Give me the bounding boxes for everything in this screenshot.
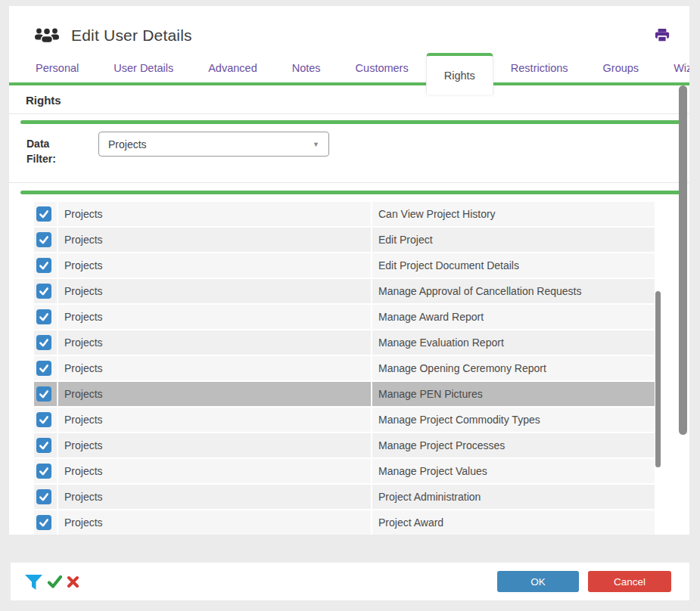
check-icon[interactable] bbox=[47, 575, 63, 589]
data-filter-row: Data Filter: Projects ▼ bbox=[9, 124, 689, 183]
rights-table-row[interactable]: ProjectsManage Project Values bbox=[34, 459, 655, 483]
row-right-name: Project Award bbox=[371, 510, 655, 535]
row-category: Projects bbox=[57, 485, 371, 509]
rights-table-row[interactable]: ProjectsEdit Project Document Details bbox=[34, 253, 655, 278]
panel-scrollbar-thumb[interactable] bbox=[679, 85, 687, 435]
rights-table-row[interactable]: ProjectsEdit Project bbox=[34, 228, 655, 252]
dialog-footer: OK Cancel bbox=[11, 563, 689, 600]
row-category: Projects bbox=[57, 408, 371, 432]
row-category: Projects bbox=[57, 279, 371, 303]
tab-user-details[interactable]: User Details bbox=[96, 53, 191, 82]
row-category: Projects bbox=[57, 433, 371, 457]
tab-advanced[interactable]: Advanced bbox=[191, 53, 275, 82]
row-right-name: Manage Evaluation Report bbox=[371, 330, 655, 355]
row-right-name: Manage Project Values bbox=[371, 459, 655, 483]
rights-table-row[interactable]: ProjectsProject Administration bbox=[34, 485, 655, 509]
caret-down-icon: ▼ bbox=[313, 141, 319, 148]
tab-customers[interactable]: Customers bbox=[338, 53, 426, 82]
filter-funnel-icon[interactable] bbox=[24, 573, 43, 591]
row-checkbox-cell bbox=[34, 433, 57, 457]
row-checkbox-checked[interactable] bbox=[36, 361, 51, 376]
row-checkbox-cell bbox=[34, 253, 57, 278]
row-right-name: Manage Opening Ceremony Report bbox=[371, 356, 655, 380]
data-filter-value: Projects bbox=[108, 138, 147, 150]
tab-bar: PersonalUser DetailsAdvancedNotesCustome… bbox=[9, 53, 689, 85]
row-right-name: Edit Project Document Details bbox=[371, 253, 655, 278]
tab-groups[interactable]: Groups bbox=[586, 53, 657, 82]
data-filter-dropdown[interactable]: Projects ▼ bbox=[98, 132, 329, 157]
row-checkbox-checked[interactable] bbox=[36, 309, 51, 324]
printer-icon[interactable] bbox=[654, 28, 670, 43]
row-checkbox-checked[interactable] bbox=[36, 412, 51, 427]
list-scrollbar-thumb[interactable] bbox=[655, 291, 661, 467]
rights-table-row[interactable]: ProjectsProject Award bbox=[34, 510, 655, 535]
rights-table-row[interactable]: ProjectsManage Project Commodity Types bbox=[34, 408, 655, 432]
row-checkbox-cell bbox=[34, 228, 57, 252]
users-icon bbox=[33, 26, 61, 45]
row-checkbox-cell bbox=[34, 330, 57, 355]
rights-table-row[interactable]: ProjectsManage Award Report bbox=[34, 305, 655, 329]
dialog-header: Edit User Details bbox=[9, 6, 689, 53]
rights-table-row[interactable]: ProjectsManage PEN Pictures bbox=[34, 382, 655, 406]
row-checkbox-cell bbox=[34, 356, 57, 380]
rights-table-row[interactable]: ProjectsManage Evaluation Report bbox=[34, 330, 655, 355]
rights-table-row[interactable]: ProjectsManage Approval of Cancellation … bbox=[34, 279, 655, 303]
row-category: Projects bbox=[57, 510, 371, 535]
cancel-button[interactable]: Cancel bbox=[588, 571, 671, 592]
row-checkbox-checked[interactable] bbox=[36, 284, 51, 299]
row-right-name: Edit Project bbox=[371, 228, 655, 252]
section-heading: Rights bbox=[9, 85, 689, 114]
tab-wizards[interactable]: Wizards bbox=[656, 53, 689, 82]
row-checkbox-cell bbox=[34, 305, 57, 329]
row-checkbox-checked[interactable] bbox=[36, 386, 51, 402]
rights-list-accent-bar bbox=[20, 191, 680, 194]
x-icon[interactable] bbox=[67, 575, 79, 588]
tab-rights[interactable]: Rights bbox=[426, 53, 493, 95]
row-checkbox-checked[interactable] bbox=[36, 489, 51, 504]
edit-user-details-dialog: Edit User Details PersonalUser DetailsAd… bbox=[9, 6, 689, 535]
row-checkbox-cell bbox=[34, 510, 57, 535]
rights-table-row[interactable]: ProjectsCan View Project History bbox=[34, 202, 655, 226]
row-right-name: Manage Project Processes bbox=[371, 433, 655, 457]
row-category: Projects bbox=[57, 356, 371, 380]
row-checkbox-checked[interactable] bbox=[36, 438, 51, 453]
row-checkbox-cell bbox=[34, 485, 57, 509]
row-right-name: Manage PEN Pictures bbox=[371, 382, 655, 406]
row-right-name: Project Administration bbox=[371, 485, 655, 509]
data-filter-label: Data Filter: bbox=[26, 132, 70, 166]
ok-button[interactable]: OK bbox=[497, 571, 579, 592]
row-category: Projects bbox=[57, 459, 371, 483]
row-checkbox-checked[interactable] bbox=[36, 258, 51, 273]
row-checkbox-checked[interactable] bbox=[36, 335, 51, 350]
page-title: Edit User Details bbox=[71, 26, 192, 45]
row-category: Projects bbox=[57, 305, 371, 329]
row-category: Projects bbox=[57, 228, 371, 252]
rights-table-row[interactable]: ProjectsManage Project Processes bbox=[34, 433, 655, 457]
row-checkbox-checked[interactable] bbox=[36, 232, 51, 247]
footer-icon-group bbox=[24, 573, 79, 591]
row-checkbox-checked[interactable] bbox=[36, 206, 51, 222]
row-category: Projects bbox=[57, 253, 371, 278]
row-checkbox-cell bbox=[34, 382, 57, 406]
row-right-name: Manage Award Report bbox=[371, 305, 655, 329]
row-checkbox-checked[interactable] bbox=[36, 515, 51, 530]
row-category: Projects bbox=[57, 382, 371, 406]
row-checkbox-cell bbox=[34, 459, 57, 483]
row-checkbox-checked[interactable] bbox=[36, 464, 51, 479]
row-right-name: Manage Project Commodity Types bbox=[371, 408, 655, 432]
row-category: Projects bbox=[57, 202, 371, 226]
row-checkbox-cell bbox=[34, 408, 57, 432]
tab-personal[interactable]: Personal bbox=[18, 53, 96, 82]
rights-list: ProjectsCan View Project HistoryProjects… bbox=[34, 202, 655, 535]
tab-notes[interactable]: Notes bbox=[275, 53, 338, 82]
rights-table-row[interactable]: ProjectsManage Opening Ceremony Report bbox=[34, 356, 655, 380]
row-checkbox-cell bbox=[34, 202, 57, 226]
row-category: Projects bbox=[57, 330, 371, 355]
tab-restrictions[interactable]: Restrictions bbox=[493, 53, 586, 82]
row-checkbox-cell bbox=[34, 279, 57, 303]
row-right-name: Can View Project History bbox=[371, 202, 655, 226]
row-right-name: Manage Approval of Cancellation Requests bbox=[371, 279, 655, 303]
